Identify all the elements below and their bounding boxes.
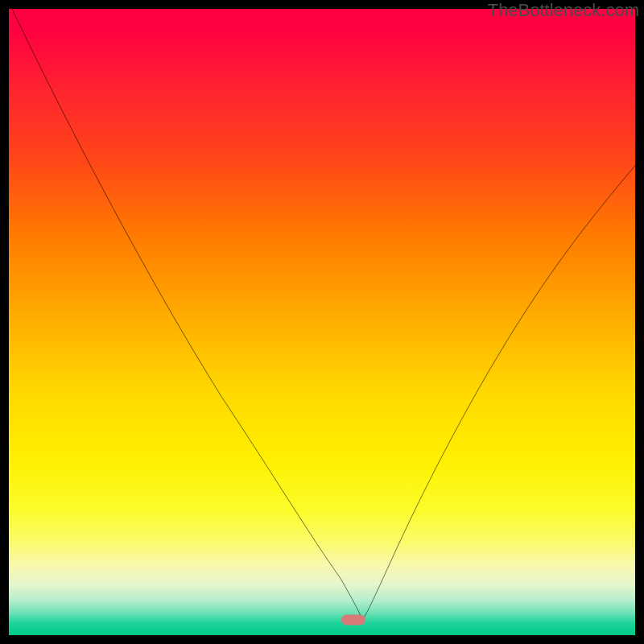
minimum-marker <box>341 615 365 625</box>
watermark-text: TheBottleneck.com <box>488 0 639 21</box>
chart-stage: TheBottleneck.com <box>0 0 644 644</box>
bottleneck-curve <box>9 9 635 635</box>
curve-left-branch <box>12 9 363 620</box>
plot-area <box>9 9 635 635</box>
curve-right-branch <box>363 166 635 620</box>
